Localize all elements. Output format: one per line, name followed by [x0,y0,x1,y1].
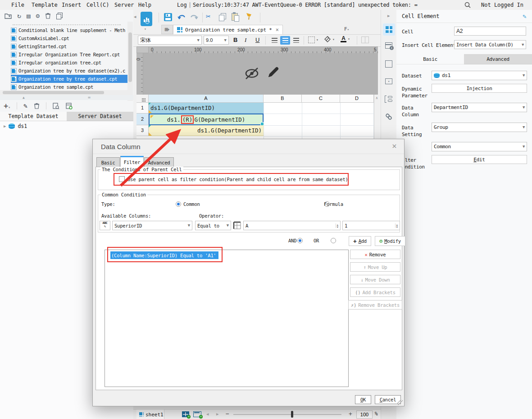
dataset-tree-item[interactable]: ▶ ds1 [0,121,137,131]
template-settings-icon[interactable]: ⚙ [36,13,39,19]
file-tree-item[interactable]: Organization tree by tree dataset(ex2).c [11,67,127,75]
setting-mode-select[interactable]: Common▼ [432,142,527,151]
new-grid-tab-button[interactable]: ⊞+ [161,25,173,34]
font-size-select[interactable]: 9.0▼ [204,36,229,45]
zoom-slider-track[interactable] [233,414,341,415]
sheet-vscrollbar[interactable]: ∧ [374,95,380,139]
zoom-in-icon[interactable]: + [349,410,352,417]
spinner-arrows-icon[interactable]: ▲▼ [395,223,398,228]
hyperlink-icon[interactable] [385,113,393,121]
cell-a3[interactable]: ds1.G(DepartmentID) [149,125,264,136]
column-header-d[interactable]: D [340,95,374,103]
file-tree-item-selected[interactable]: Organization tree by tree dataset.cpt [11,75,127,83]
file-tree-item[interactable]: Irregular Organization Tree Report.cpt [11,50,127,59]
menu-template[interactable]: Template [32,2,58,8]
save-icon[interactable] [164,13,172,21]
refresh-icon[interactable]: ↻ [17,13,21,19]
prev-sheet-icon[interactable]: ◀ [206,412,209,416]
cell-ref-icon[interactable] [233,221,241,230]
tab-basic[interactable]: Basic [396,54,464,64]
search-icon[interactable] [464,1,471,9]
spinner-arrows-icon[interactable]: ▲▼ [336,223,338,228]
add-grid-sheet-icon[interactable]: + [182,411,189,417]
remove-condition-button[interactable]: ✕Remove [350,250,400,259]
add-dataset-button[interactable]: +▾ [4,101,10,110]
template-list-icon[interactable]: ▤ [27,13,30,19]
tab-server-dataset[interactable]: Server Dataset [67,112,133,121]
dataset-config-icon[interactable] [66,103,73,109]
delete-file-icon[interactable] [45,13,51,19]
cell-column-spinner[interactable]: A▲▼ [243,221,341,230]
underline-button[interactable]: U [255,36,259,43]
close-tab-icon[interactable]: × [276,27,279,33]
sheet-tab[interactable]: sheet1 [136,410,164,419]
dialog-resize-grip[interactable] [397,400,403,405]
italic-button[interactable]: I [245,36,246,44]
smart-assist-button[interactable] [141,12,152,26]
operator-select[interactable]: Equal to▼ [195,221,231,230]
collapse-right-panel-icon[interactable]: ▶ [387,14,390,18]
cut-icon[interactable]: ✂ [206,12,210,21]
document-tab-active[interactable]: Organization tree sample.cpt * × [173,25,283,34]
row-header-1[interactable]: 1 [136,103,149,114]
splitter-up-icon[interactable]: ▲ [23,96,25,100]
add-condition-button[interactable]: +Add [349,236,371,246]
type-common-radio[interactable] [176,201,181,207]
login-status[interactable]: Not Logged In [481,2,523,8]
edit-dataset-icon[interactable]: ✎ [23,102,27,110]
file-tree-item[interactable]: Conditional blank line supplement - Meth [11,26,127,34]
cell-row-spinner[interactable]: 1▲▼ [342,221,400,230]
zoom-value-input[interactable] [356,410,373,419]
align-left-button[interactable] [269,36,279,45]
edit-filter-button[interactable]: Edit [432,155,527,164]
move-up-button[interactable]: ↑Move Up [350,262,400,272]
and-radio[interactable] [297,238,303,243]
align-right-button[interactable] [291,36,301,45]
dialog-tab-advanced[interactable]: Advanced [144,157,174,167]
tab-advanced[interactable]: Advanced [464,54,532,64]
dataset-select[interactable]: ds1▼ [432,71,527,80]
cell-a1[interactable]: ds1.G(DepartmentID) [149,103,264,114]
modify-condition-button[interactable]: ⚙Modify [375,236,405,246]
condition-list-item-selected[interactable]: (Column Name:SuperiorID) Equal to 'A1' [110,251,218,259]
data-column-select[interactable]: DepartmentID▼ [432,103,527,112]
column-header-c[interactable]: C [302,95,340,103]
or-radio[interactable] [331,238,336,243]
move-down-button[interactable]: ↓Move Down [350,275,400,284]
edit-pencil-icon[interactable]: ✎ [523,13,526,20]
cell-element-panel-icon[interactable] [383,23,395,36]
select-all-corner[interactable] [136,95,149,103]
scroll-up-icon[interactable]: ∧ [376,96,378,100]
remove-brackets-button[interactable]: ✗)Remove Brackets [348,300,402,310]
menu-help[interactable]: Help [138,2,151,8]
menu-insert[interactable]: Insert [62,2,81,8]
insert-cell-element-select[interactable]: Insert Data Column(D)▼ [454,40,526,49]
undo-icon[interactable] [177,13,186,21]
data-setting-select[interactable]: Group▼ [432,123,527,132]
tab-options-icon[interactable]: F▾ [344,26,349,32]
paste-icon[interactable] [232,13,239,21]
new-folder-icon[interactable] [5,13,12,19]
parent-filter-checkbox[interactable] [119,176,125,182]
file-tree-item[interactable]: Irregular organization tree.cpt [11,59,127,67]
file-tree-vscrollbar[interactable] [127,22,133,101]
menu-cell[interactable]: Cell(C) [86,2,109,8]
row-header-3[interactable]: 3 [136,125,149,136]
close-icon[interactable]: × [392,141,397,150]
widget-settings-icon[interactable]: ▾ [385,78,392,84]
font-color-button[interactable]: A▾ [341,36,350,42]
column-type-icon[interactable]: ABC✎ [100,221,110,230]
cell-input[interactable]: A2 [454,27,526,36]
injection-button[interactable]: Injection [432,84,527,93]
ok-button[interactable]: OK [355,395,371,404]
edit-canvas-pencil-icon[interactable] [266,65,280,80]
zoom-out-icon[interactable]: − [226,410,229,417]
menu-file[interactable]: File [11,2,24,8]
font-family-select[interactable]: 宋体▼ [138,36,202,45]
dialog-tab-filter[interactable]: Filter [120,156,144,167]
dialog-tab-basic[interactable]: Basic [96,157,120,167]
column-header-a[interactable]: A [149,95,264,103]
cell-a2-selected[interactable]: ds1.(R)G(DepartmentID) [149,114,264,125]
condition-list[interactable]: (Column Name:SuperiorID) Equal to 'A1' [105,250,349,387]
condition-attribute-icon[interactable] [385,96,393,103]
